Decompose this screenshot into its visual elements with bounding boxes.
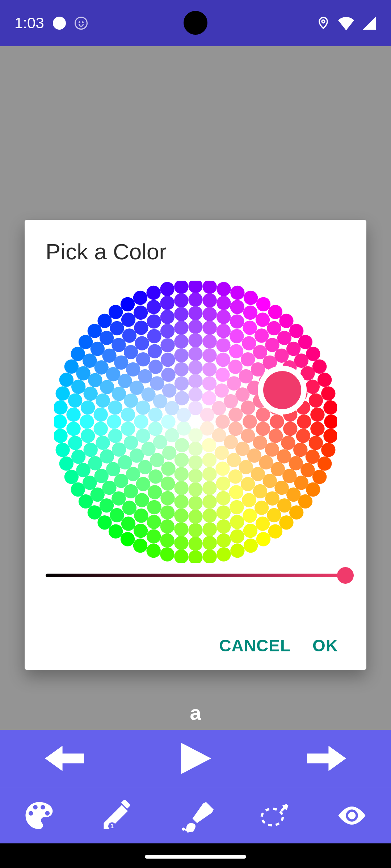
cell-signal-icon [362,16,377,30]
svg-point-106 [68,436,82,450]
svg-point-42 [121,532,135,546]
svg-point-266 [138,460,152,474]
svg-point-271 [124,393,138,408]
svg-point-317 [162,383,176,397]
svg-point-33 [244,539,258,553]
svg-point-294 [136,429,150,443]
svg-point-308 [215,446,229,460]
svg-point-283 [243,414,257,429]
svg-point-38 [174,549,188,563]
svg-point-0 [322,20,325,23]
svg-point-206 [124,345,138,359]
svg-point-134 [296,429,310,443]
svg-point-238 [107,414,121,429]
svg-point-40 [146,544,160,558]
svg-point-221 [269,429,283,443]
svg-point-314 [148,422,163,436]
svg-point-324 [202,438,216,452]
svg-point-121 [188,306,202,320]
svg-point-107 [66,422,80,436]
play-button[interactable] [174,740,217,776]
svg-point-66 [174,281,188,294]
svg-point-89 [256,516,270,531]
svg-point-37 [188,550,202,563]
wifi-icon [337,16,356,30]
svg-point-133 [297,414,311,429]
svg-point-180 [283,422,297,436]
svg-point-337 [189,415,202,429]
svg-point-319 [188,387,202,401]
color-wheel[interactable] [46,279,345,565]
svg-point-23 [323,429,337,443]
svg-point-140 [255,501,269,515]
svg-point-332 [200,408,214,422]
svg-point-45 [88,505,102,519]
svg-point-187 [230,500,244,514]
svg-point-311 [175,453,189,467]
svg-point-279 [215,367,230,382]
svg-point-80 [310,408,324,422]
svg-point-146 [174,522,188,536]
svg-point-15 [289,324,303,338]
svg-point-67 [188,293,202,307]
svg-point-251 [239,369,253,383]
brush-tool-button[interactable] [177,797,214,834]
svg-point-82 [309,436,323,450]
svg-point-79 [309,393,323,408]
gesture-bar-icon[interactable] [145,855,246,859]
status-notification-dot-icon [53,17,66,30]
svg-point-154 [88,456,102,470]
svg-point-64 [146,286,160,300]
svg-point-61 [109,305,123,319]
svg-point-5 [192,829,194,831]
svg-point-78 [306,380,320,394]
svg-point-189 [202,509,216,523]
svg-point-151 [112,491,126,505]
svg-point-229 [188,496,202,510]
tool-bar: 1 [0,787,391,843]
svg-point-203 [100,380,114,394]
eye-tool-button[interactable] [334,797,370,834]
svg-point-261 [202,481,216,495]
svg-point-192 [160,505,175,519]
camera-cutout-icon [184,11,207,35]
svg-point-273 [138,369,152,383]
svg-point-240 [112,387,126,401]
svg-point-258 [239,460,253,474]
svg-point-278 [202,362,216,376]
svg-point-69 [216,296,231,310]
svg-point-231 [160,491,175,505]
previous-button[interactable] [45,746,84,771]
svg-point-59 [88,324,102,338]
dialog-actions: CANCEL OK [46,621,345,655]
svg-point-34 [230,544,244,558]
svg-point-39 [160,547,174,561]
palette-tool-button[interactable] [21,797,57,834]
svg-point-149 [134,509,148,523]
svg-point-60 [97,314,112,328]
svg-point-287 [215,461,230,476]
svg-point-8 [203,281,217,294]
svg-point-224 [251,467,265,481]
svg-point-174 [253,345,267,359]
lasso-tool-button[interactable] [256,797,292,834]
svg-point-167 [160,310,175,324]
svg-point-303 [215,383,229,397]
svg-point-68 [202,293,216,307]
svg-point-139 [265,491,279,505]
brightness-slider[interactable] [46,568,345,583]
slider-thumb-icon[interactable] [337,567,354,584]
svg-point-262 [188,482,202,497]
svg-point-91 [230,529,244,543]
svg-point-90 [243,524,257,538]
svg-point-81 [310,422,324,436]
pencil-tool-button[interactable]: 1 [99,797,135,834]
svg-point-13 [268,305,282,319]
cancel-button[interactable]: CANCEL [219,636,291,655]
ok-button[interactable]: OK [312,636,338,655]
svg-point-239 [108,400,122,414]
location-icon [316,16,330,30]
svg-point-12 [256,297,270,311]
svg-point-143 [216,519,231,533]
next-button[interactable] [307,746,346,771]
